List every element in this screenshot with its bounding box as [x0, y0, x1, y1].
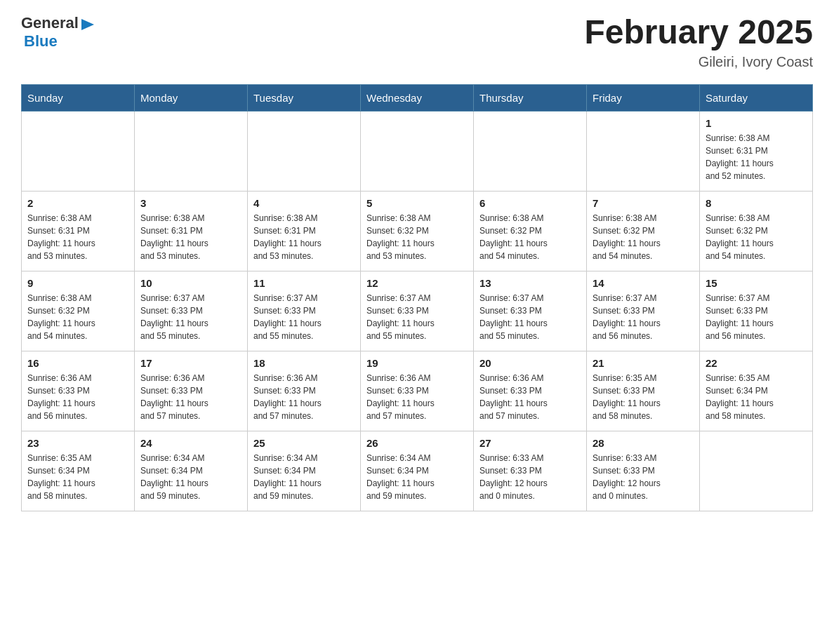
day-info: Sunrise: 6:37 AM Sunset: 6:33 PM Dayligh…	[253, 292, 355, 342]
day-info: Sunrise: 6:36 AM Sunset: 6:33 PM Dayligh…	[366, 372, 468, 422]
calendar-day-cell: 1Sunrise: 6:38 AM Sunset: 6:31 PM Daylig…	[700, 111, 813, 191]
day-number: 27	[479, 437, 581, 449]
calendar-day-cell	[474, 111, 587, 191]
day-number: 7	[593, 197, 694, 209]
calendar-day-cell: 16Sunrise: 6:36 AM Sunset: 6:33 PM Dayli…	[22, 351, 135, 431]
calendar-day-cell: 2Sunrise: 6:38 AM Sunset: 6:31 PM Daylig…	[22, 191, 135, 271]
calendar-day-cell: 11Sunrise: 6:37 AM Sunset: 6:33 PM Dayli…	[248, 271, 361, 351]
calendar-day-cell: 24Sunrise: 6:34 AM Sunset: 6:34 PM Dayli…	[135, 431, 248, 511]
calendar-day-cell: 14Sunrise: 6:37 AM Sunset: 6:33 PM Dayli…	[587, 271, 700, 351]
day-info: Sunrise: 6:35 AM Sunset: 6:34 PM Dayligh…	[706, 372, 807, 422]
calendar-header-row: SundayMondayTuesdayWednesdayThursdayFrid…	[22, 84, 813, 111]
calendar-day-cell: 13Sunrise: 6:37 AM Sunset: 6:33 PM Dayli…	[474, 271, 587, 351]
day-number: 19	[366, 357, 468, 369]
day-info: Sunrise: 6:35 AM Sunset: 6:33 PM Dayligh…	[593, 372, 694, 422]
day-number: 24	[140, 437, 241, 449]
calendar-day-cell: 26Sunrise: 6:34 AM Sunset: 6:34 PM Dayli…	[361, 431, 474, 511]
day-info: Sunrise: 6:38 AM Sunset: 6:32 PM Dayligh…	[706, 212, 807, 262]
day-number: 20	[479, 357, 581, 369]
day-info: Sunrise: 6:37 AM Sunset: 6:33 PM Dayligh…	[366, 292, 468, 342]
calendar-day-cell	[361, 111, 474, 191]
calendar-day-cell: 23Sunrise: 6:35 AM Sunset: 6:34 PM Dayli…	[22, 431, 135, 511]
day-number: 5	[366, 197, 468, 209]
calendar-day-cell: 4Sunrise: 6:38 AM Sunset: 6:31 PM Daylig…	[248, 191, 361, 271]
calendar-week-row: 9Sunrise: 6:38 AM Sunset: 6:32 PM Daylig…	[22, 271, 813, 351]
day-number: 22	[706, 357, 807, 369]
day-number: 1	[706, 117, 807, 129]
day-info: Sunrise: 6:38 AM Sunset: 6:32 PM Dayligh…	[27, 292, 128, 342]
day-of-week-header: Sunday	[22, 84, 135, 111]
day-number: 14	[593, 277, 694, 289]
day-number: 23	[27, 437, 128, 449]
calendar-day-cell: 6Sunrise: 6:38 AM Sunset: 6:32 PM Daylig…	[474, 191, 587, 271]
calendar-day-cell	[248, 111, 361, 191]
calendar-day-cell: 9Sunrise: 6:38 AM Sunset: 6:32 PM Daylig…	[22, 271, 135, 351]
day-number: 6	[479, 197, 581, 209]
day-number: 4	[253, 197, 355, 209]
day-info: Sunrise: 6:36 AM Sunset: 6:33 PM Dayligh…	[140, 372, 241, 422]
day-info: Sunrise: 6:38 AM Sunset: 6:31 PM Dayligh…	[140, 212, 241, 262]
day-number: 12	[366, 277, 468, 289]
calendar-day-cell: 3Sunrise: 6:38 AM Sunset: 6:31 PM Daylig…	[135, 191, 248, 271]
calendar-day-cell: 20Sunrise: 6:36 AM Sunset: 6:33 PM Dayli…	[474, 351, 587, 431]
calendar-day-cell: 19Sunrise: 6:36 AM Sunset: 6:33 PM Dayli…	[361, 351, 474, 431]
calendar-week-row: 16Sunrise: 6:36 AM Sunset: 6:33 PM Dayli…	[22, 351, 813, 431]
logo: General Blue	[21, 14, 95, 51]
day-info: Sunrise: 6:37 AM Sunset: 6:33 PM Dayligh…	[140, 292, 241, 342]
day-info: Sunrise: 6:35 AM Sunset: 6:34 PM Dayligh…	[27, 452, 128, 502]
day-info: Sunrise: 6:38 AM Sunset: 6:31 PM Dayligh…	[706, 132, 807, 182]
day-info: Sunrise: 6:37 AM Sunset: 6:33 PM Dayligh…	[479, 292, 581, 342]
day-info: Sunrise: 6:38 AM Sunset: 6:32 PM Dayligh…	[366, 212, 468, 262]
logo-arrow-icon	[80, 16, 95, 32]
day-number: 3	[140, 197, 241, 209]
day-number: 15	[706, 277, 807, 289]
day-of-week-header: Monday	[135, 84, 248, 111]
calendar-day-cell: 22Sunrise: 6:35 AM Sunset: 6:34 PM Dayli…	[700, 351, 813, 431]
logo-blue-text: Blue	[24, 32, 58, 50]
day-info: Sunrise: 6:36 AM Sunset: 6:33 PM Dayligh…	[479, 372, 581, 422]
calendar-day-cell: 12Sunrise: 6:37 AM Sunset: 6:33 PM Dayli…	[361, 271, 474, 351]
calendar-day-cell: 8Sunrise: 6:38 AM Sunset: 6:32 PM Daylig…	[700, 191, 813, 271]
day-info: Sunrise: 6:36 AM Sunset: 6:33 PM Dayligh…	[27, 372, 128, 422]
day-number: 21	[593, 357, 694, 369]
day-of-week-header: Thursday	[474, 84, 587, 111]
day-number: 9	[27, 277, 128, 289]
day-info: Sunrise: 6:34 AM Sunset: 6:34 PM Dayligh…	[253, 452, 355, 502]
day-number: 8	[706, 197, 807, 209]
day-of-week-header: Wednesday	[361, 84, 474, 111]
day-info: Sunrise: 6:38 AM Sunset: 6:32 PM Dayligh…	[593, 212, 694, 262]
page-header: General Blue February 2025 Gileiri, Ivor…	[21, 14, 813, 70]
calendar-table: SundayMondayTuesdayWednesdayThursdayFrid…	[21, 84, 813, 511]
calendar-day-cell	[700, 431, 813, 511]
calendar-day-cell: 21Sunrise: 6:35 AM Sunset: 6:33 PM Dayli…	[587, 351, 700, 431]
calendar-day-cell: 10Sunrise: 6:37 AM Sunset: 6:33 PM Dayli…	[135, 271, 248, 351]
calendar-day-cell	[22, 111, 135, 191]
svg-marker-0	[81, 19, 94, 30]
day-number: 16	[27, 357, 128, 369]
day-info: Sunrise: 6:38 AM Sunset: 6:32 PM Dayligh…	[479, 212, 581, 262]
day-of-week-header: Friday	[587, 84, 700, 111]
day-number: 18	[253, 357, 355, 369]
logo-general-text: General	[21, 14, 79, 32]
day-number: 2	[27, 197, 128, 209]
calendar-day-cell	[135, 111, 248, 191]
calendar-day-cell: 17Sunrise: 6:36 AM Sunset: 6:33 PM Dayli…	[135, 351, 248, 431]
day-number: 17	[140, 357, 241, 369]
calendar-day-cell: 25Sunrise: 6:34 AM Sunset: 6:34 PM Dayli…	[248, 431, 361, 511]
day-info: Sunrise: 6:33 AM Sunset: 6:33 PM Dayligh…	[593, 452, 694, 502]
day-number: 28	[593, 437, 694, 449]
day-number: 10	[140, 277, 241, 289]
calendar-day-cell: 5Sunrise: 6:38 AM Sunset: 6:32 PM Daylig…	[361, 191, 474, 271]
calendar-week-row: 23Sunrise: 6:35 AM Sunset: 6:34 PM Dayli…	[22, 431, 813, 511]
calendar-week-row: 2Sunrise: 6:38 AM Sunset: 6:31 PM Daylig…	[22, 191, 813, 271]
month-title: February 2025	[584, 14, 813, 51]
day-number: 25	[253, 437, 355, 449]
day-number: 26	[366, 437, 468, 449]
day-number: 11	[253, 277, 355, 289]
day-info: Sunrise: 6:34 AM Sunset: 6:34 PM Dayligh…	[366, 452, 468, 502]
day-info: Sunrise: 6:34 AM Sunset: 6:34 PM Dayligh…	[140, 452, 241, 502]
day-of-week-header: Tuesday	[248, 84, 361, 111]
day-info: Sunrise: 6:36 AM Sunset: 6:33 PM Dayligh…	[253, 372, 355, 422]
calendar-day-cell: 18Sunrise: 6:36 AM Sunset: 6:33 PM Dayli…	[248, 351, 361, 431]
day-info: Sunrise: 6:38 AM Sunset: 6:31 PM Dayligh…	[253, 212, 355, 262]
